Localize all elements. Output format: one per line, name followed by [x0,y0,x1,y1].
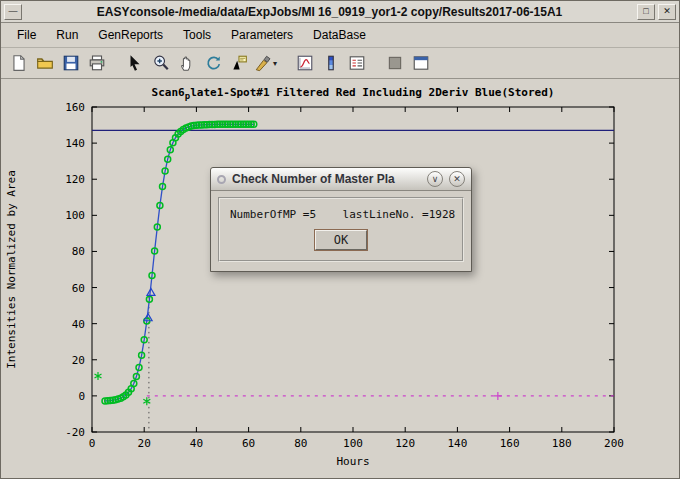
dialog-close-icon[interactable]: ✕ [449,171,465,187]
svg-text:140: 140 [65,137,85,150]
arrow-cursor-button[interactable] [122,51,147,76]
data-cursor-button[interactable] [226,51,251,76]
chart-title: Scan6plate1-Spot#1 Filtered Red Includin… [152,86,555,101]
figure-window-button[interactable] [408,51,433,76]
brush-button[interactable]: ▾ [252,51,279,76]
menu-parameters[interactable]: Parameters [221,24,303,46]
zoom-in-button[interactable] [148,51,173,76]
arrow-cursor-icon [126,54,144,72]
menu-database[interactable]: DataBase [303,24,376,46]
svg-text:-20: -20 [65,426,85,439]
data-cursor-icon [230,54,248,72]
titlebar: — EASYconsole-/media/data/ExpJobs/MI 16_… [1,1,679,23]
dialog-titlebar[interactable]: Check Number of Master Pla ∨ ✕ [211,168,471,191]
svg-text:40: 40 [72,318,85,331]
svg-text:200: 200 [604,437,624,450]
print-icon [88,54,106,72]
toolbar-separator [370,48,381,78]
dialog-icon [217,175,226,184]
app-window: — EASYconsole-/media/data/ExpJobs/MI 16_… [0,0,680,479]
pan-hand-button[interactable] [174,51,199,76]
menu-file[interactable]: File [7,24,46,46]
stop-icon [386,54,404,72]
rotate-button[interactable] [200,51,225,76]
window-menu-icon[interactable]: — [4,4,22,20]
svg-text:100: 100 [65,209,85,222]
open-folder-button[interactable] [32,51,57,76]
close-icon[interactable]: ✕ [658,4,676,20]
svg-text:60: 60 [72,282,85,295]
menu-genreports[interactable]: GenReports [88,24,173,46]
x-axis-label: Hours [336,455,369,468]
svg-text:60: 60 [242,437,255,450]
svg-text:120: 120 [395,437,415,450]
legend-icon [348,54,366,72]
save-button[interactable] [58,51,83,76]
brush-dropdown-caret[interactable]: ▾ [273,59,277,68]
toolbar: ▾ [1,48,679,79]
menu-tools[interactable]: Tools [173,24,221,46]
copy-figure-icon [296,54,314,72]
toolbar-separator [280,48,291,78]
series-baseline-plus-marker [494,392,502,400]
svg-text:0: 0 [89,437,96,450]
dialog-message: NumberOfMP =5 lastLineNo. =1928 [230,208,452,221]
new-document-icon [10,54,28,72]
stop-button[interactable] [382,51,407,76]
colorbar-button[interactable] [318,51,343,76]
menubar: File Run GenReports Tools Parameters Dat… [1,23,679,48]
svg-text:140: 140 [447,437,467,450]
legend-button[interactable] [344,51,369,76]
svg-text:80: 80 [294,437,307,450]
dialog-body: NumberOfMP =5 lastLineNo. =1928 OK [211,191,471,271]
dialog-collapse-icon[interactable]: ∨ [427,171,443,187]
dialog-title: Check Number of Master Pla [232,172,421,186]
svg-text:160: 160 [65,101,85,114]
y-axis-label: Intensities Normalized by Area [5,170,18,369]
new-document-button[interactable] [6,51,31,76]
window-title: EASYconsole-/media/data/ExpJobs/MI 16_09… [25,5,634,19]
check-number-dialog: Check Number of Master Pla ∨ ✕ NumberOfM… [210,167,472,272]
svg-text:120: 120 [65,173,85,186]
svg-text:160: 160 [500,437,520,450]
save-icon [62,54,80,72]
colorbar-icon [322,54,340,72]
svg-text:40: 40 [190,437,203,450]
maximize-icon[interactable]: □ [637,4,655,20]
menu-run[interactable]: Run [46,24,88,46]
chart[interactable]: Scan6plate1-Spot#1 Filtered Red Includin… [1,79,679,478]
print-button[interactable] [84,51,109,76]
dialog-message-panel: NumberOfMP =5 lastLineNo. =1928 OK [218,197,464,262]
svg-text:180: 180 [552,437,572,450]
svg-text:80: 80 [72,245,85,258]
copy-figure-button[interactable] [292,51,317,76]
figure-window-icon [412,54,430,72]
zoom-in-icon [152,54,170,72]
open-folder-icon [36,54,54,72]
svg-text:100: 100 [343,437,363,450]
svg-text:0: 0 [78,390,85,403]
svg-text:20: 20 [72,354,85,367]
ok-button[interactable]: OK [315,230,367,250]
figure-area: Scan6plate1-Spot#1 Filtered Red Includin… [1,79,679,478]
pan-hand-icon [178,54,196,72]
rotate-icon [204,54,222,72]
svg-text:20: 20 [138,437,151,450]
brush-icon [254,54,272,72]
toolbar-separator [110,48,121,78]
